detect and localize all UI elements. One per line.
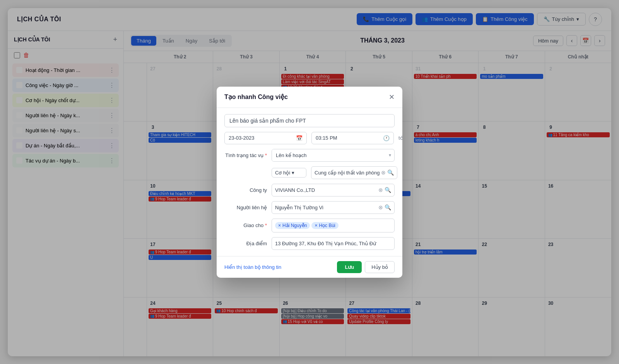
contact-search-icon[interactable]: 🔍 <box>385 204 391 210</box>
tag-hai-label: Hải Nguyễn <box>282 223 307 228</box>
assign-row: Giao cho × Hải Nguyễn × Học Bùi <box>224 219 395 232</box>
tag-close-icon-2[interactable]: × <box>315 223 317 228</box>
company-label: Công ty <box>224 187 267 193</box>
contact-clear-icon[interactable]: ⊗ <box>378 204 383 210</box>
location-input[interactable] <box>275 238 391 250</box>
cancel-button[interactable]: Hủy bỏ <box>365 261 395 273</box>
modal-overlay[interactable]: Tạo nhanh Công việc ✕ 📅 🕐 tới 📅 <box>0 0 619 364</box>
status-row: Tình trạng tác vụ Lên kế hoạch ▾ <box>224 149 395 162</box>
company-search-icon[interactable]: 🔍 <box>385 187 391 193</box>
related-type-select[interactable]: Cơ hội ▾ <box>272 168 306 178</box>
related-type-chevron-icon: ▾ <box>292 170 294 176</box>
from-time-input[interactable] <box>316 135 381 141</box>
tag-hai-nguyen: × Hải Nguyễn <box>275 222 310 229</box>
clock-icon: 🕐 <box>383 135 390 141</box>
to-label: tới <box>398 135 402 141</box>
modal-close-button[interactable]: ✕ <box>389 93 395 101</box>
status-label: Tình trạng tác vụ <box>224 152 267 158</box>
contact-input[interactable] <box>275 202 377 214</box>
contact-row: Người liên hệ ⊗ 🔍 <box>224 201 395 214</box>
company-row: Công ty ⊗ 🔍 <box>224 184 395 197</box>
modal-title: Tạo nhanh Công việc <box>224 93 288 101</box>
task-name-input[interactable] <box>224 114 395 127</box>
related-clear-icon[interactable]: ⊗ <box>381 169 386 176</box>
status-arrow-icon: ▾ <box>386 152 394 158</box>
location-row: Địa điểm <box>224 237 395 250</box>
company-clear-icon[interactable]: ⊗ <box>378 187 383 193</box>
company-wrap: ⊗ 🔍 <box>272 184 395 197</box>
contact-label: Người liên hệ <box>224 205 267 210</box>
from-time-field[interactable]: 🕐 <box>311 132 394 144</box>
assign-tags-wrap[interactable]: × Hải Nguyễn × Học Bùi <box>272 219 395 232</box>
from-date-input[interactable] <box>229 135 294 141</box>
related-value-wrap: ⊗ 🔍 <box>311 166 397 179</box>
related-value-input[interactable] <box>315 167 380 179</box>
date-row: 📅 🕐 tới 📅 ✕ <box>224 132 395 144</box>
company-input[interactable] <box>275 184 377 196</box>
modal-body: 📅 🕐 tới 📅 ✕ Tình trạng tác vụ Lê <box>217 108 402 256</box>
tag-close-icon[interactable]: × <box>278 223 281 228</box>
location-label: Địa điểm <box>224 241 267 246</box>
location-wrap <box>272 237 395 250</box>
save-button[interactable]: Lưu <box>337 261 362 273</box>
status-control: Lên kế hoạch ▾ <box>272 149 395 162</box>
from-date-field[interactable]: 📅 <box>224 132 307 144</box>
modal-header: Tạo nhanh Công việc ✕ <box>217 87 402 108</box>
tag-hoc-label: Học Bùi <box>319 223 335 228</box>
footer-buttons: Lưu Hủy bỏ <box>337 261 395 273</box>
status-select[interactable]: Lên kế hoạch <box>272 149 386 161</box>
related-type-label: Cơ hội <box>275 170 290 176</box>
tag-hoc-bui: × Học Bùi <box>311 222 338 229</box>
create-task-modal: Tạo nhanh Công việc ✕ 📅 🕐 tới 📅 <box>217 87 402 278</box>
calendar-icon-from: 📅 <box>296 135 303 141</box>
related-search-icon[interactable]: 🔍 <box>387 169 394 176</box>
contact-wrap: ⊗ 🔍 <box>272 201 395 214</box>
related-row: Cơ hội ▾ ⊗ 🔍 <box>224 166 395 179</box>
assign-label: Giao cho <box>224 222 267 228</box>
modal-footer: Hiển thị toàn bộ thông tin Lưu Hủy bỏ <box>217 256 402 278</box>
show-all-info-button[interactable]: Hiển thị toàn bộ thông tin <box>224 264 281 270</box>
